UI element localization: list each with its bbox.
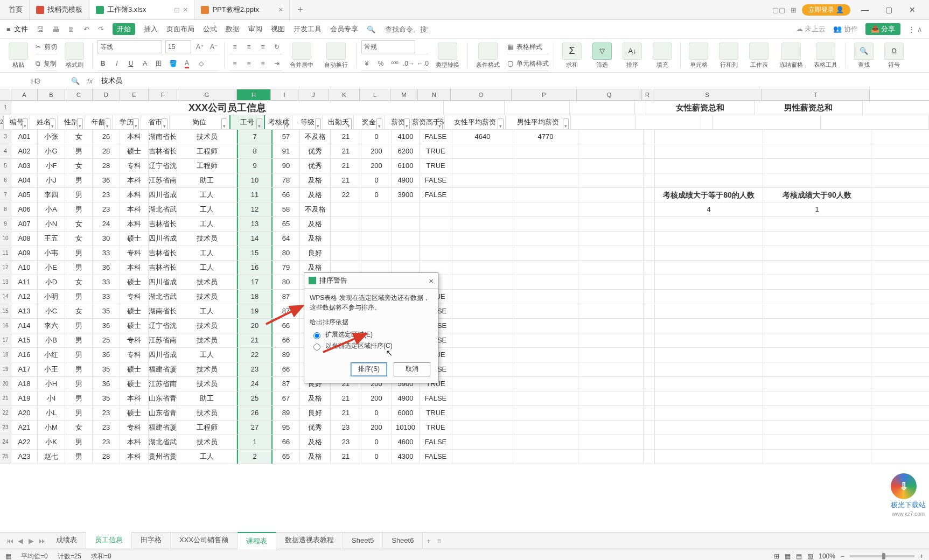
sheet-tab[interactable]: 田字格: [132, 532, 171, 548]
cell[interactable]: 小王: [38, 362, 65, 376]
cell[interactable]: 助工: [177, 173, 237, 187]
cell[interactable]: [644, 319, 655, 333]
font-size-select[interactable]: 15: [165, 40, 191, 53]
cell[interactable]: 64: [273, 232, 300, 246]
cell[interactable]: 专科: [120, 246, 149, 260]
cell[interactable]: 硕士: [120, 362, 149, 376]
phonetic-icon[interactable]: ◇: [195, 58, 206, 69]
cell[interactable]: [763, 377, 871, 391]
cell[interactable]: 67: [273, 391, 300, 405]
cell[interactable]: 本科: [120, 261, 149, 275]
cell[interactable]: A03: [11, 159, 38, 173]
cell[interactable]: [578, 333, 644, 347]
cloud-status[interactable]: ☁ 未上云: [796, 24, 826, 34]
cell[interactable]: [513, 290, 578, 304]
cell[interactable]: [655, 362, 763, 376]
cell[interactable]: [644, 435, 655, 449]
header-cell[interactable]: 岗位: [170, 115, 229, 129]
row-header[interactable]: 11: [0, 246, 11, 260]
bold-icon[interactable]: B: [97, 58, 108, 69]
cell[interactable]: [644, 362, 655, 376]
sum-button[interactable]: Σ求和: [559, 43, 585, 69]
cell[interactable]: [655, 406, 763, 420]
tab-workbook[interactable]: 工作簿3.xlsx⊡×: [89, 0, 194, 19]
row-header[interactable]: 18: [0, 348, 11, 362]
cell[interactable]: [513, 144, 578, 158]
header-cell[interactable]: 编号: [4, 115, 30, 129]
cell[interactable]: [513, 202, 578, 216]
cell[interactable]: 23: [331, 421, 361, 435]
cell[interactable]: A10: [11, 261, 38, 275]
col-header-D[interactable]: D: [93, 89, 120, 100]
cell[interactable]: [513, 173, 578, 187]
cell[interactable]: [452, 159, 513, 173]
cell[interactable]: 王五: [38, 232, 65, 246]
cell[interactable]: 4900: [392, 173, 420, 187]
cell[interactable]: [644, 159, 655, 173]
cell[interactable]: 28: [93, 159, 120, 173]
cell[interactable]: [420, 246, 452, 260]
cell[interactable]: 及格: [300, 173, 331, 187]
sort-button[interactable]: 排序(S): [351, 362, 387, 376]
col-header-A[interactable]: A: [11, 89, 38, 100]
cell[interactable]: A22: [11, 435, 38, 449]
cell[interactable]: [452, 304, 513, 318]
cell[interactable]: 35: [93, 362, 120, 376]
cell[interactable]: [763, 275, 871, 289]
cell[interactable]: [655, 450, 763, 464]
cell[interactable]: TRUE: [420, 144, 452, 158]
row-header[interactable]: 25: [0, 450, 11, 464]
cell[interactable]: 辽宁省沈阳市: [149, 159, 177, 173]
zoom-value[interactable]: 100%: [819, 552, 835, 560]
cell[interactable]: [763, 319, 871, 333]
cell[interactable]: 湖北省武汉市: [149, 290, 177, 304]
cell[interactable]: 专科: [120, 348, 149, 362]
cell[interactable]: 工人: [177, 217, 237, 231]
cell[interactable]: 1: [237, 435, 273, 449]
cell[interactable]: [578, 159, 644, 173]
row-header[interactable]: 24: [0, 435, 11, 449]
cell[interactable]: [655, 435, 763, 449]
cell[interactable]: 辽宁省沈阳市: [149, 319, 177, 333]
cell[interactable]: 湖北省武汉市: [149, 202, 177, 216]
cell[interactable]: 工人: [177, 188, 237, 202]
cell[interactable]: 25: [93, 333, 120, 347]
align-top-icon[interactable]: ≡: [229, 41, 240, 52]
cell[interactable]: [655, 130, 763, 144]
cell[interactable]: [452, 188, 513, 202]
col-header-P[interactable]: P: [512, 89, 577, 100]
cell[interactable]: 吉林省长春市: [149, 144, 177, 158]
currency-icon[interactable]: ¥: [361, 58, 372, 69]
cell[interactable]: [361, 246, 392, 260]
cell[interactable]: 4640: [452, 130, 513, 144]
font-color-icon[interactable]: A: [181, 58, 192, 69]
underline-icon[interactable]: U: [125, 58, 136, 69]
cell[interactable]: 95: [273, 421, 300, 435]
col-header-O[interactable]: O: [451, 89, 512, 100]
close-button[interactable]: ✕: [903, 5, 921, 14]
cell[interactable]: [570, 101, 635, 115]
cell[interactable]: 0: [361, 130, 392, 144]
cell[interactable]: [331, 217, 361, 231]
cell[interactable]: A13: [11, 304, 38, 318]
cell[interactable]: [361, 232, 392, 246]
select-all-corner[interactable]: [0, 89, 11, 100]
cell[interactable]: A20: [11, 406, 38, 420]
cell[interactable]: 26: [93, 130, 120, 144]
view-break-icon[interactable]: ▧: [807, 552, 813, 560]
cell[interactable]: 本科: [120, 188, 149, 202]
cell[interactable]: [392, 232, 420, 246]
cell[interactable]: [513, 377, 578, 391]
cell[interactable]: 23: [93, 421, 120, 435]
cell[interactable]: 工程师: [177, 159, 237, 173]
cell[interactable]: [655, 159, 763, 173]
cell[interactable]: 男性薪资总和: [755, 101, 863, 115]
cell[interactable]: [763, 333, 871, 347]
cell[interactable]: [578, 290, 644, 304]
cell[interactable]: [452, 450, 513, 464]
cell[interactable]: 及格: [300, 435, 331, 449]
cell[interactable]: 技术员: [177, 275, 237, 289]
cell[interactable]: 吉林省长春市: [149, 261, 177, 275]
new-tab-button[interactable]: +: [290, 4, 311, 16]
cell[interactable]: [763, 159, 871, 173]
